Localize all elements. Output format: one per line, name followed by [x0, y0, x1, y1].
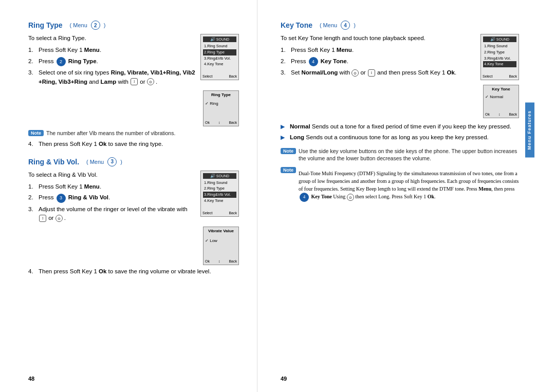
screen-vibrate: Vibrate Value ✓ Low Ok↕Back	[203, 227, 239, 265]
screen1-item2: 2.Ring Type	[203, 49, 236, 55]
note-label-1: Note	[28, 130, 44, 136]
normal-bullet: ▶ Normal Sends out a tone for a fixed pe…	[281, 122, 519, 131]
long-text: Sends out a continuous tone for as long …	[306, 134, 488, 140]
key-updown-2: ↕	[39, 215, 46, 222]
nav-icon-3: ⊙	[351, 69, 359, 77]
key-tone-step2: 2. Press 4 Key Tone.	[281, 57, 475, 67]
key-updown-3: ↕	[368, 69, 375, 77]
screen5-item4: 4.Key Tone	[483, 61, 516, 67]
left-page-number: 48	[28, 376, 34, 382]
screen3-item2: 2.Ring Type	[203, 185, 236, 192]
ring-type-title: Ring Type ( Menu 2 )	[28, 21, 239, 30]
screen5-header: 🔊 SOUND	[483, 36, 516, 42]
nav-icon-4: ⊙	[347, 194, 354, 201]
screen5-bottom: SelectBack	[483, 74, 517, 78]
ring-vib-step3: 3. Adjust the volume of the ringer or le…	[28, 205, 195, 223]
ring-type-step2: 2. Press 2 Ring Type.	[28, 57, 195, 67]
ring-type-step1: 1. Press Soft Key 1 Menu.	[28, 46, 195, 54]
key-tone-step3: 3. Set Normal/Long with ⊙ or ↕ and then …	[281, 68, 475, 77]
note-text-1: The number after Vib means the number of…	[46, 129, 175, 137]
icon-2: 2	[57, 57, 66, 66]
screen1-bottom: SelectBack	[202, 74, 237, 78]
key-tone-title: Key Tone ( Menu 4 )	[281, 21, 519, 30]
screen-key-tone: Key Tone ✓ Normal Ok↕Back	[483, 85, 519, 118]
screen-sound-1: 🔊 SOUND 1.Ring Sound 2.Ring Type 3.Ring&…	[200, 34, 239, 80]
ring-type-note: Note The number after Vib means the numb…	[28, 129, 239, 137]
menu-badge-4: 4	[341, 21, 350, 30]
screen5-item3: 3.Ring&Vib Vol.	[483, 55, 516, 62]
screen1-item3: 3.Ring&Vib Vol.	[203, 55, 236, 62]
ring-vib-section: Ring & Vib Vol. ( Menu 3 ) 🔊 SOUND 1.Rin…	[28, 157, 239, 276]
key-tone-section: Key Tone ( Menu 4 ) 🔊 SOUND 1.Ring Sound…	[281, 21, 519, 202]
key-up-down: ↕	[131, 78, 138, 85]
screen3-item3: 3.Ring&Vib Vol.	[203, 192, 236, 198]
long-arrow: ▶	[281, 133, 287, 142]
right-page: Menu Features Key Tone ( Menu 4 ) 🔊 SOUN…	[257, 0, 534, 392]
ring-type-step4: 4. Then press Soft Key 1 Ok to save the …	[28, 140, 239, 148]
screen1-header: 🔊 SOUND	[203, 36, 236, 42]
ring-vib-step2: 2. Press 3 Ring & Vib Vol.	[28, 193, 195, 203]
screen-ring-type: Ring Type ✓ Ring Ok↕Back	[203, 90, 239, 126]
left-page: Ring Type ( Menu 2 ) 🔊 SOUND 1.Ring Soun…	[0, 0, 257, 392]
note-label-2: Note	[281, 148, 296, 154]
screen3-bottom: SelectBack	[202, 211, 237, 215]
ring-vib-label: Ring & Vib Vol.	[28, 158, 79, 166]
note-label-3: Note	[281, 167, 296, 173]
right-page-number: 49	[281, 376, 287, 382]
key-tone-step1: 1. Press Soft Key 1 Menu.	[281, 46, 475, 54]
key-tone-note2: Note Dual-Tone Multi Frequency (DTMF) Si…	[281, 166, 519, 202]
long-label: Long	[290, 134, 304, 140]
page-container: Ring Type ( Menu 2 ) 🔊 SOUND 1.Ring Soun…	[0, 0, 555, 392]
dtmf-note-text: Dual-Tone Multi Frequency (DTMF) Signali…	[299, 170, 519, 202]
icon-4: 4	[309, 57, 318, 66]
screen1-item4: 4.Key Tone	[203, 61, 236, 67]
ring-type-section: Ring Type ( Menu 2 ) 🔊 SOUND 1.Ring Soun…	[28, 21, 239, 149]
screen3-item1: 1.Ring Sound	[203, 180, 236, 186]
screen5-item2: 2.Ring Type	[483, 49, 516, 55]
nav-icon: ⊙	[147, 78, 154, 85]
screen3-header: 🔊 SOUND	[203, 173, 236, 179]
ring-type-label: Ring Type	[28, 21, 63, 29]
icon-4b: 4	[300, 193, 309, 202]
key-tone-note1: Note Use the side key volume buttons on …	[281, 147, 519, 162]
menu-badge-3: 3	[107, 157, 117, 166]
screen5-item1: 1.Ring Sound	[483, 43, 516, 49]
long-bullet: ▶ Long Sends out a continuous tone for a…	[281, 133, 519, 142]
nav-icon-2: ⊙	[55, 215, 63, 222]
screen-sound-5: 🔊 SOUND 1.Ring Sound 2.Ring Type 3.Ring&…	[480, 34, 519, 80]
note-text-2: Use the side key volume buttons on the s…	[299, 147, 519, 162]
screen-sound-3: 🔊 SOUND 1.Ring Sound 2.Ring Type 3.Ring&…	[200, 171, 239, 217]
normal-text: Sends out a tone for a fixed period of t…	[312, 123, 511, 129]
ring-vib-step1: 1. Press Soft Key 1 Menu.	[28, 182, 195, 191]
icon-3: 3	[57, 194, 66, 203]
menu-badge-2: 2	[91, 21, 100, 30]
side-tab: Menu Features	[525, 103, 534, 158]
ring-type-step3: 3. Select one of six ring types Ring, Vi…	[28, 68, 195, 86]
normal-arrow: ▶	[281, 122, 287, 131]
ring-vib-step4: 4. Then press Soft Key 1 Ok to save the …	[28, 267, 239, 276]
normal-label: Normal	[290, 123, 310, 129]
screen3-item4: 4.Key Tone	[203, 198, 236, 204]
ring-vib-title: Ring & Vib Vol. ( Menu 3 )	[28, 157, 239, 166]
key-tone-label: Key Tone	[281, 21, 312, 29]
screen1-item1: 1.Ring Sound	[203, 43, 236, 49]
